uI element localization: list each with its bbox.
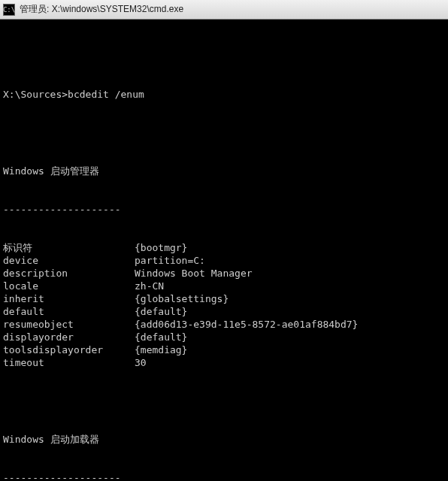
divider: -------------------- [3,203,445,216]
blank-line [3,395,445,407]
output-key: displayorder [3,331,135,343]
output-row: displayorder{default} [3,331,445,343]
output-row: 标识符{bootmgr} [3,241,445,254]
output-row: localezh-CN [3,280,445,292]
output-key: timeout [3,356,135,369]
output-key: default [3,305,135,318]
section-header-loader: Windows 启动加载器 [3,433,445,446]
output-row: default{default} [3,305,445,318]
command: bcdedit /enum [68,89,144,100]
output-key: locale [3,280,135,292]
blank-line [3,126,445,139]
output-key: inherit [3,292,135,305]
output-key: 标识符 [3,241,135,254]
output-value: {bootmgr} [135,241,187,254]
output-row: inherit{globalsettings} [3,292,445,305]
output-row: descriptionWindows Boot Manager [3,267,445,280]
prompt-line-1: X:\Sources>bcdedit /enum [3,88,445,101]
output-value: partition=C: [135,254,205,267]
output-key: toolsdisplayorder [3,343,135,356]
titlebar[interactable]: C:\ 管理员: X:\windows\SYSTEM32\cmd.exe [0,0,448,20]
section-bootmgr: 标识符{bootmgr}devicepartition=C:descriptio… [3,241,445,369]
output-row: timeout30 [3,356,445,369]
output-value: Windows Boot Manager [135,267,253,280]
output-row: devicepartition=C: [3,254,445,267]
output-key: description [3,267,135,280]
divider: -------------------- [3,471,445,481]
prompt: X:\Sources> [3,89,68,100]
output-key: device [3,254,135,267]
output-value: {add06d13-e39d-11e5-8572-ae01af884bd7} [135,318,358,331]
output-key: resumeobject [3,318,135,331]
output-value: {default} [135,305,187,318]
output-value: {memdiag} [135,343,187,356]
output-value: {globalsettings} [135,292,229,305]
output-value: 30 [135,356,147,369]
blank-line [3,50,445,62]
output-row: resumeobject{add06d13-e39d-11e5-8572-ae0… [3,318,445,331]
output-value: {default} [135,331,187,343]
output-value: zh-CN [135,280,164,292]
section-header-bootmgr: Windows 启动管理器 [3,165,445,177]
terminal-output[interactable]: X:\Sources>bcdedit /enum Windows 启动管理器 -… [0,20,448,481]
cmd-icon: C:\ [3,4,15,16]
titlebar-text: 管理员: X:\windows\SYSTEM32\cmd.exe [20,3,183,16]
output-row: toolsdisplayorder{memdiag} [3,343,445,356]
